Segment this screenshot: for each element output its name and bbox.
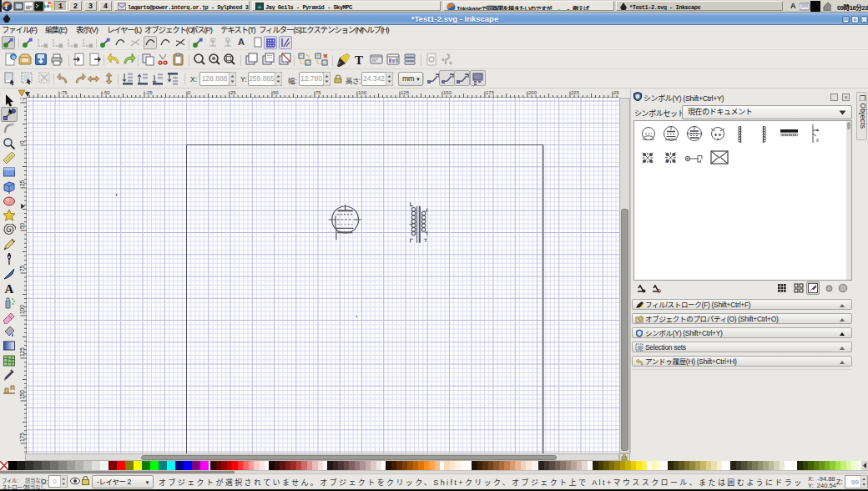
svg-text:100: 100	[19, 305, 25, 314]
svg-text:250: 250	[613, 90, 619, 95]
svg-text:25: 25	[230, 90, 236, 95]
svg-text:25: 25	[19, 180, 25, 186]
svg-text:75: 75	[19, 265, 25, 271]
svg-text:150: 150	[19, 390, 25, 399]
svg-text:50: 50	[273, 90, 279, 95]
svg-text:125: 125	[19, 347, 25, 357]
svg-text:225: 225	[571, 90, 580, 95]
svg-text:-50: -50	[103, 90, 110, 95]
svg-text:175: 175	[486, 90, 495, 95]
svg-text:T: T	[355, 53, 363, 67]
svg-text:200: 200	[528, 90, 537, 95]
svg-text:0: 0	[19, 140, 25, 144]
svg-text:50: 50	[19, 222, 25, 229]
svg-text:75: 75	[315, 90, 321, 95]
svg-text:125: 125	[401, 90, 410, 95]
svg-text:100: 100	[358, 90, 367, 95]
svg-text:175: 175	[19, 433, 25, 442]
svg-text:150: 150	[443, 90, 452, 95]
svg-text:-75: -75	[60, 90, 68, 95]
svg-text:A: A	[5, 282, 14, 295]
svg-text:-25: -25	[145, 90, 153, 95]
svg-text:o: o	[13, 54, 16, 60]
svg-text:-25: -25	[19, 98, 25, 101]
